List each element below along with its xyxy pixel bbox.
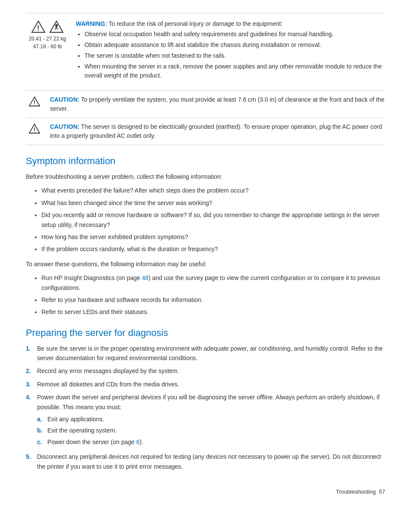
caution-text-1: To properly ventilate the system, you mu… <box>50 96 384 112</box>
answer-1-before: Run HP Insight Diagnostics (on page <box>41 274 142 281</box>
step-content-4: Power down the server and peripheral dev… <box>37 392 385 448</box>
warning-intro-text: WARNING: To reduce the risk of personal … <box>76 20 385 27</box>
caution-content-2: CAUTION: The server is designed to be el… <box>50 122 385 140</box>
step-num-1: 1. <box>26 344 34 363</box>
symptom-heading: Symptom information <box>26 156 385 167</box>
step-num-4: 4. <box>26 392 34 448</box>
page-48-link[interactable]: 48 <box>142 274 149 281</box>
substep-a-label: a. <box>37 414 44 424</box>
warning-triangle-icon: ! <box>31 20 46 33</box>
substep-b-text: Exit the operating system. <box>47 426 117 435</box>
page-footer: Troubleshooting 57 <box>26 488 385 495</box>
list-item: The server is unstable when not fastened… <box>84 51 385 60</box>
list-item: Refer to server LEDs and their statuses. <box>41 307 385 317</box>
list-item: If the problem occurs randomly, what is … <box>41 244 385 254</box>
substep-item: b. Exit the operating system. <box>37 426 385 435</box>
warning-section: ! 20.41 - 27.22 kg 47.18 - 60 lb WAR <box>26 13 385 145</box>
list-item: Obtain adequate assistance to lift and s… <box>84 40 385 50</box>
substep-item: c. Power down the server (on page 6). <box>37 437 385 447</box>
caution-row-2: ! CAUTION: The server is designed to be … <box>26 122 385 145</box>
step-text-4: Power down the server and peripheral dev… <box>37 394 380 410</box>
list-item: What has been changed since the time the… <box>41 198 385 208</box>
step-text-3: Remove all diskettes and CDs from the me… <box>37 380 385 389</box>
diagnosis-steps-list: 1. Be sure the server is in the proper o… <box>26 344 385 471</box>
warning-row: ! 20.41 - 27.22 kg 47.18 - 60 lb WAR <box>26 20 385 91</box>
warning-label: WARNING: <box>76 20 107 27</box>
caution-label-1: CAUTION: <box>50 96 79 103</box>
caution-triangle-icon-1: ! <box>26 95 43 107</box>
diagnosis-heading: Preparing the server for diagnosis <box>26 327 385 339</box>
footer-label: Troubleshooting <box>336 488 376 495</box>
step-num-3: 3. <box>26 380 34 389</box>
list-item: 1. Be sure the server is in the proper o… <box>26 344 385 363</box>
lift-person-icon <box>49 20 64 33</box>
substep-c-after: ). <box>140 439 143 445</box>
caution-text-2: The server is designed to be electricall… <box>50 123 382 139</box>
list-item: 2. Record any error messages displayed b… <box>26 366 385 376</box>
weight-text: 20.41 - 27.22 kg 47.18 - 60 lb <box>29 35 66 50</box>
step-num-5: 5. <box>26 452 34 471</box>
symptom-section: Symptom information Before troubleshooti… <box>26 156 385 317</box>
warning-content: WARNING: To reduce the risk of personal … <box>76 20 385 85</box>
page-6-link[interactable]: 6 <box>136 439 140 445</box>
substeps-list: a. Exit any applications. b. Exit the op… <box>37 414 385 447</box>
substep-item: a. Exit any applications. <box>37 414 385 424</box>
svg-text:!: ! <box>34 99 35 106</box>
substep-c-content: Power down the server (on page 6). <box>47 437 143 447</box>
caution-label-2: CAUTION: <box>50 123 79 130</box>
substep-c-label: c. <box>37 437 44 447</box>
list-item: How long has the server exhibited proble… <box>41 232 385 242</box>
caution-triangle-icon-2: ! <box>26 122 43 134</box>
list-item: Observe local occupation health and safe… <box>84 30 385 39</box>
caution-content-1: CAUTION: To properly ventilate the syste… <box>50 95 385 113</box>
substep-c-before: Power down the server (on page <box>47 439 136 445</box>
list-item: 4. Power down the server and peripheral … <box>26 392 385 448</box>
answer-intro: To answer these questions, the following… <box>26 259 385 269</box>
icons-row: ! <box>31 20 64 33</box>
list-item: Run HP Insight Diagnostics (on page 48) … <box>41 273 385 292</box>
step-num-2: 2. <box>26 366 34 376</box>
list-item: When mounting the server in a rack, remo… <box>84 62 385 80</box>
step-text-2: Record any error messages displayed by t… <box>37 366 385 376</box>
warning-bullets-list: Observe local occupation health and safe… <box>76 30 385 80</box>
symptom-answers-list: Run HP Insight Diagnostics (on page 48) … <box>26 273 385 317</box>
footer-page-number: 57 <box>379 488 385 495</box>
step-text-5: Disconnect any peripheral devices not re… <box>37 452 385 471</box>
substep-a-text: Exit any applications. <box>47 414 104 424</box>
symptom-questions-list: What events preceded the failure? After … <box>26 186 385 254</box>
svg-point-3 <box>55 24 58 27</box>
svg-text:!: ! <box>34 126 35 133</box>
diagnosis-section: Preparing the server for diagnosis 1. Be… <box>26 327 385 471</box>
list-item: 5. Disconnect any peripheral devices not… <box>26 452 385 471</box>
list-item: Did you recently add or remove hardware … <box>41 210 385 230</box>
list-item: What events preceded the failure? After … <box>41 186 385 195</box>
list-item: Refer to your hardware and software reco… <box>41 295 385 305</box>
step-text-1: Be sure the server is in the proper oper… <box>37 344 385 363</box>
warning-icons: ! 20.41 - 27.22 kg 47.18 - 60 lb <box>26 20 69 50</box>
svg-text:!: ! <box>37 25 39 32</box>
warning-intro: To reduce the risk of personal injury or… <box>107 20 283 27</box>
list-item: 3. Remove all diskettes and CDs from the… <box>26 380 385 389</box>
substep-b-label: b. <box>37 426 44 435</box>
caution-row-1: ! CAUTION: To properly ventilate the sys… <box>26 95 385 118</box>
symptom-intro: Before troubleshooting a server problem,… <box>26 172 385 181</box>
